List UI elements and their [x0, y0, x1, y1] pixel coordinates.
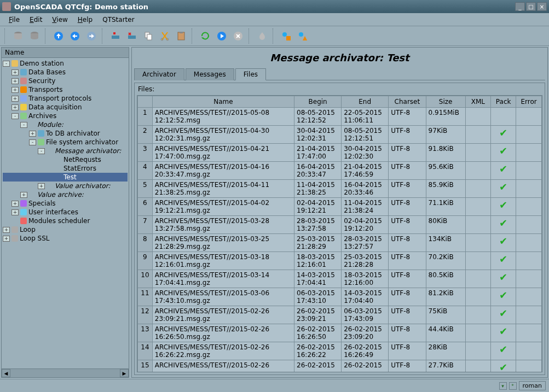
menu-file[interactable]: File — [4, 15, 24, 25]
tree-expand-icon[interactable]: + — [11, 78, 19, 84]
tree-item[interactable]: -Message archivator: — [3, 147, 128, 155]
tree-item[interactable]: +Transports — [3, 85, 128, 94]
tree-hscroll[interactable]: ◀ ▶ — [2, 368, 129, 377]
table-row[interactable]: 8ARCHIVES/MESS/TEST//2015-03-25 21:28:29… — [138, 234, 542, 252]
tree-item[interactable]: +Loop — [3, 225, 128, 234]
copy-icon[interactable] — [141, 29, 155, 43]
tree-item[interactable]: +Transport protocols — [3, 94, 128, 103]
tree-expand-icon[interactable]: + — [11, 69, 19, 75]
col-header[interactable]: Name — [152, 96, 294, 108]
table-row[interactable]: 12ARCHIVES/MESS/TEST//2015-02-26 23:09:2… — [138, 306, 542, 324]
tree-expand-icon[interactable]: + — [29, 131, 36, 137]
menu-edit[interactable]: Edit — [25, 15, 47, 25]
menu-help[interactable]: Help — [73, 15, 97, 25]
item-del-icon[interactable] — [125, 29, 139, 43]
cell-charset: UTF-8 — [389, 180, 426, 198]
tree-expand-icon[interactable]: + — [11, 201, 19, 207]
db-save-icon[interactable] — [27, 29, 42, 43]
tree-expand-icon[interactable]: + — [3, 227, 10, 233]
tab-files[interactable]: Files — [235, 68, 266, 80]
tree-expand-icon[interactable]: - — [11, 113, 19, 119]
col-header[interactable]: Size — [426, 96, 465, 108]
close-button[interactable]: × — [537, 2, 547, 11]
col-header[interactable]: End — [342, 96, 389, 108]
tree-expand-icon[interactable]: + — [11, 87, 19, 93]
tree-item[interactable]: -File system archivator — [3, 138, 128, 147]
tree[interactable]: -Demo station+Data Bases+Security+Transp… — [2, 58, 129, 368]
run-icon[interactable] — [215, 29, 229, 43]
status-user[interactable]: roman — [519, 381, 546, 390]
table-row[interactable]: 5ARCHIVES/MESS/TEST//2015-04-11 21:38:25… — [138, 180, 542, 198]
table-row[interactable]: 4ARCHIVES/MESS/TEST//2015-04-16 20:33:47… — [138, 162, 542, 180]
tree-item[interactable]: +Data acquisition — [3, 103, 128, 112]
tab-archivator[interactable]: Archivator — [134, 68, 184, 80]
table-row[interactable]: 11ARCHIVES/MESS/TEST//2015-03-06 17:43:1… — [138, 288, 542, 306]
col-header[interactable]: Charset — [389, 96, 426, 108]
tree-expand-icon[interactable]: - — [38, 148, 45, 154]
tree-item[interactable]: Modules scheduler — [3, 217, 128, 225]
maximize-button[interactable]: □ — [526, 2, 536, 11]
minimize-button[interactable]: _ — [515, 2, 525, 11]
table-row[interactable]: 7ARCHIVES/MESS/TEST//2015-03-28 13:27:58… — [138, 216, 542, 234]
stop-icon[interactable] — [231, 29, 245, 43]
tree-item[interactable]: +To DB archivator — [3, 129, 128, 138]
nav-up-icon[interactable] — [51, 29, 66, 43]
tree-expand-icon[interactable]: - — [3, 61, 10, 67]
col-header[interactable]: Begin — [294, 96, 342, 108]
tree-item[interactable]: NetRequsts — [3, 155, 128, 164]
tree-expand-icon[interactable]: + — [11, 209, 19, 215]
tree-expand-icon[interactable]: + — [11, 104, 19, 110]
paste-icon[interactable] — [174, 29, 188, 43]
nav-forward-icon[interactable] — [84, 29, 99, 43]
table-row[interactable]: 10ARCHIVES/MESS/TEST//2015-03-14 17:04:4… — [138, 270, 542, 288]
db-load-icon[interactable] — [11, 29, 25, 43]
tree-item[interactable]: -Demo station — [3, 59, 128, 68]
table-row[interactable]: 14ARCHIVES/MESS/TEST//2015-02-26 16:26:2… — [138, 342, 542, 360]
table-row[interactable]: 13ARCHIVES/MESS/TEST//2015-02-26 16:26:5… — [138, 324, 542, 342]
table-row[interactable]: 15ARCHIVES/MESS/TEST//2015-02-2626-02-20… — [138, 360, 542, 373]
tree-item[interactable]: +Value archive: — [3, 190, 128, 199]
menu-qtstarter[interactable]: QTStarter — [98, 15, 138, 25]
nav-back-icon[interactable] — [68, 29, 82, 43]
table-row[interactable]: 3ARCHIVES/MESS/TEST//2015-04-21 17:47:00… — [138, 144, 542, 162]
table-row[interactable]: 9ARCHIVES/MESS/TEST//2015-03-18 12:16:01… — [138, 252, 542, 270]
loop-icon — [11, 226, 19, 233]
cut-icon[interactable] — [158, 29, 172, 43]
col-header[interactable]: XML — [465, 96, 490, 108]
tree-item[interactable]: +Value archivator: — [3, 182, 128, 190]
tree-item[interactable]: +Loop SSL — [3, 234, 128, 243]
status-star-icon[interactable]: * — [509, 382, 517, 390]
tree-expand-icon[interactable]: + — [20, 192, 27, 198]
tree-item[interactable]: +User interfaces — [3, 208, 128, 217]
tree-item[interactable]: Test — [3, 173, 128, 182]
col-header[interactable]: Error — [516, 96, 542, 108]
table-row[interactable]: 6ARCHIVES/MESS/TEST//2015-04-02 19:12:21… — [138, 198, 542, 216]
tree-item[interactable]: +Data Bases — [3, 68, 128, 77]
files-table-wrap[interactable]: NameBeginEndCharsetSizeXMLPackError1ARCH… — [137, 95, 542, 372]
tree-item[interactable]: -Module: — [3, 120, 128, 129]
item-add-icon[interactable] — [108, 29, 123, 43]
tree-label: Specials — [28, 200, 56, 207]
tree-expand-icon[interactable]: - — [29, 139, 36, 145]
tree-expand-icon[interactable]: + — [38, 183, 45, 189]
flame-icon[interactable] — [255, 29, 269, 43]
tree-item[interactable]: -Archives — [3, 112, 128, 120]
refresh-icon[interactable] — [198, 29, 212, 43]
scroll-right-icon[interactable]: ▶ — [120, 369, 129, 377]
tree-expand-icon[interactable]: + — [11, 96, 19, 102]
tree-item[interactable]: +Security — [3, 77, 128, 85]
scroll-left-icon[interactable]: ◀ — [2, 369, 10, 377]
table-row[interactable]: 2ARCHIVES/MESS/TEST//2015-04-30 12:02:31… — [138, 126, 542, 144]
tree-item[interactable]: StatErrors — [3, 164, 128, 173]
col-header[interactable]: Pack — [490, 96, 516, 108]
tool-a-icon[interactable] — [279, 29, 293, 43]
menu-view[interactable]: View — [48, 15, 72, 25]
status-flag-icon[interactable]: ▾ — [499, 382, 507, 390]
cell-end: 16-04-201520:33:46 — [342, 180, 389, 198]
tree-item[interactable]: +Specials — [3, 199, 128, 208]
tab-messages[interactable]: Messages — [186, 68, 234, 80]
table-row[interactable]: 1ARCHIVES/MESS/TEST//2015-05-08 12:12:52… — [138, 108, 542, 126]
tool-b-icon[interactable] — [296, 29, 310, 43]
tree-expand-icon[interactable]: + — [3, 236, 10, 242]
tree-expand-icon[interactable]: - — [20, 122, 27, 128]
